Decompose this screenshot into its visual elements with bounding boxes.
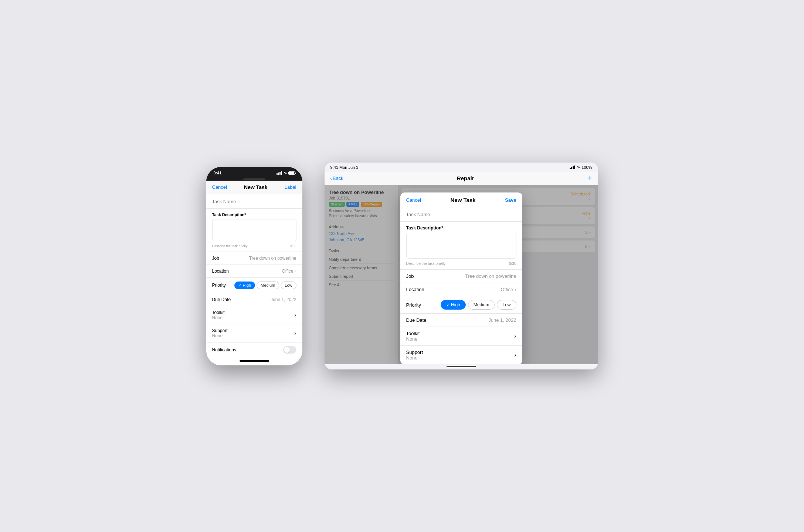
phone-job-row: Job Tree down on powerline <box>206 252 302 265</box>
phone-priority-low[interactable]: Low <box>281 282 296 289</box>
modal-task-name-input[interactable] <box>406 212 516 217</box>
modal-task-description-textarea[interactable] <box>406 233 516 259</box>
modal-priority-group: ✓ High Medium Low <box>441 300 516 310</box>
modal-support-chevron: › <box>514 352 516 358</box>
tablet-battery-text: 100% <box>581 165 592 170</box>
phone-form: Task Description* Describe the task brie… <box>206 194 302 357</box>
home-pill <box>240 360 269 362</box>
modal-job-value: Tree down on powerline <box>465 273 516 279</box>
phone-char-count-value: 0/30 <box>290 244 296 248</box>
modal-title: New Task <box>451 197 476 203</box>
tablet-signal-icon <box>570 166 575 169</box>
modal-task-description-label: Task Description* <box>406 225 516 231</box>
modal-due-date-row: Due Date June 1, 2022 <box>400 314 522 327</box>
phone-job-label: Job <box>212 256 219 261</box>
tablet-back-button[interactable]: ‹ Back <box>330 175 343 181</box>
wifi-icon: ∿ <box>284 171 287 175</box>
modal-support-value: None <box>406 355 423 361</box>
phone-priority-medium[interactable]: Medium <box>257 282 279 289</box>
phone-due-date-value: June 1, 2022 <box>271 297 296 302</box>
tablet-nav-title: Repair <box>457 175 474 181</box>
phone-label-button[interactable]: Label <box>285 184 296 190</box>
tablet-status-icons: ∿ 100% <box>570 165 592 170</box>
modal-priority-medium[interactable]: Medium <box>468 300 495 310</box>
modal-priority-row: Priority ✓ High Medium Low <box>400 296 522 314</box>
modal-priority-high[interactable]: ✓ High <box>441 300 466 310</box>
modal-priority-low[interactable]: Low <box>497 300 516 310</box>
modal-toolkit-chevron: › <box>514 333 516 340</box>
modal-toolkit-label: Toolkit <box>406 331 420 336</box>
tablet-home-pill <box>447 366 476 367</box>
phone-support-row[interactable]: Support None › <box>206 324 302 342</box>
phone-priority-high[interactable]: ✓ High <box>234 282 255 289</box>
phone-toolkit-chevron: › <box>294 312 296 318</box>
tablet-add-button[interactable]: + <box>588 174 592 183</box>
modal-location-chevron: › <box>515 287 516 292</box>
modal-toolkit-inner: Toolkit None <box>406 331 420 342</box>
phone-location-row[interactable]: Location Office › <box>206 265 302 278</box>
tablet-nav-bar: ‹ Back Repair + <box>325 172 598 185</box>
modal-location-row[interactable]: Location Office › <box>400 283 522 296</box>
phone-location-chevron: › <box>295 269 296 274</box>
phone-location-value: Office › <box>282 269 296 274</box>
phone-task-name-field[interactable] <box>206 194 302 209</box>
phone-time: 9:41 <box>214 171 222 175</box>
signal-icon <box>277 171 282 175</box>
modal-due-date-label: Due Date <box>406 317 427 323</box>
phone-home-indicator <box>206 357 302 365</box>
phone-support-value: None <box>212 333 228 338</box>
phone-toolkit-value: None <box>212 315 225 320</box>
phone-description-hint: Describe the task briefly <box>212 244 248 248</box>
modal-description-hint: Describe the task briefly <box>406 262 446 266</box>
phone-nav-title: New Task <box>244 184 268 190</box>
tablet-home-indicator <box>325 364 598 369</box>
phone-support-inner: Support None <box>212 328 228 338</box>
phone-cancel-button[interactable]: Cancel <box>212 184 227 190</box>
phone-task-name-input[interactable] <box>212 199 296 204</box>
modal-support-label: Support <box>406 349 423 355</box>
phone-status-bar: 9:41 ∿ <box>206 167 302 178</box>
phone-task-description-label: Task Description* <box>212 212 296 217</box>
phone-priority-row: Priority ✓ High Medium Low <box>206 278 302 293</box>
phone-notifications-toggle[interactable] <box>283 346 296 354</box>
modal-support-row[interactable]: Support None › <box>400 346 522 364</box>
tablet-modal: Cancel New Task Save Task Description* D… <box>400 192 522 364</box>
tablet-back-chevron: ‹ <box>330 175 332 181</box>
phone-due-date-row: Due Date June 1, 2022 <box>206 293 302 306</box>
phone-toolkit-row[interactable]: Toolkit None › <box>206 306 302 324</box>
phone-priority-group: ✓ High Medium Low <box>234 282 296 289</box>
phone-toolkit-label: Toolkit <box>212 310 225 315</box>
modal-job-row: Job Tree down on powerline <box>400 270 522 283</box>
phone-task-description-section: Task Description* Describe the task brie… <box>206 209 302 252</box>
modal-toolkit-value: None <box>406 336 420 342</box>
tablet-status-bar: 9:41 Mon Jun 3 ∿ 100% <box>325 163 598 172</box>
phone-status-icons: ∿ <box>277 171 295 175</box>
phone-job-value: Tree down on powerline <box>249 256 296 261</box>
modal-due-date-value: June 1, 2022 <box>488 317 516 323</box>
modal-job-label: Job <box>406 273 414 279</box>
phone-char-count: Describe the task briefly 0/30 <box>212 244 296 248</box>
phone-device: 9:41 ∿ Cancel New Task Label <box>206 167 302 365</box>
phone-notch-pill <box>243 178 265 180</box>
phone-task-description-textarea[interactable] <box>212 219 296 241</box>
modal-location-label: Location <box>406 287 424 292</box>
modal-char-count: Describe the task briefly 0/30 <box>406 262 516 266</box>
phone-notch <box>206 178 302 181</box>
tablet-modal-overlay: Cancel New Task Save Task Description* D… <box>325 185 598 364</box>
modal-save-button[interactable]: Save <box>505 197 516 203</box>
phone-toolkit-inner: Toolkit None <box>212 310 225 320</box>
modal-task-name-field[interactable] <box>400 207 522 222</box>
modal-toolkit-row[interactable]: Toolkit None › <box>400 327 522 346</box>
phone-notifications-label: Notifications <box>212 347 236 352</box>
modal-nav: Cancel New Task Save <box>400 192 522 207</box>
phone-support-label: Support <box>212 328 228 333</box>
tablet-device: 9:41 Mon Jun 3 ∿ 100% ‹ Back Repair + Tr… <box>325 163 598 369</box>
phone-due-date-label: Due Date <box>212 297 231 302</box>
tablet-wifi-icon: ∿ <box>577 165 580 170</box>
phone-support-chevron: › <box>294 330 296 337</box>
phone-content: Cancel New Task Label Task Description* … <box>206 181 302 365</box>
modal-support-inner: Support None <box>406 349 423 361</box>
modal-location-value: Office › <box>501 287 516 292</box>
modal-cancel-button[interactable]: Cancel <box>406 197 421 203</box>
modal-task-description-section: Task Description* Describe the task brie… <box>400 222 522 270</box>
